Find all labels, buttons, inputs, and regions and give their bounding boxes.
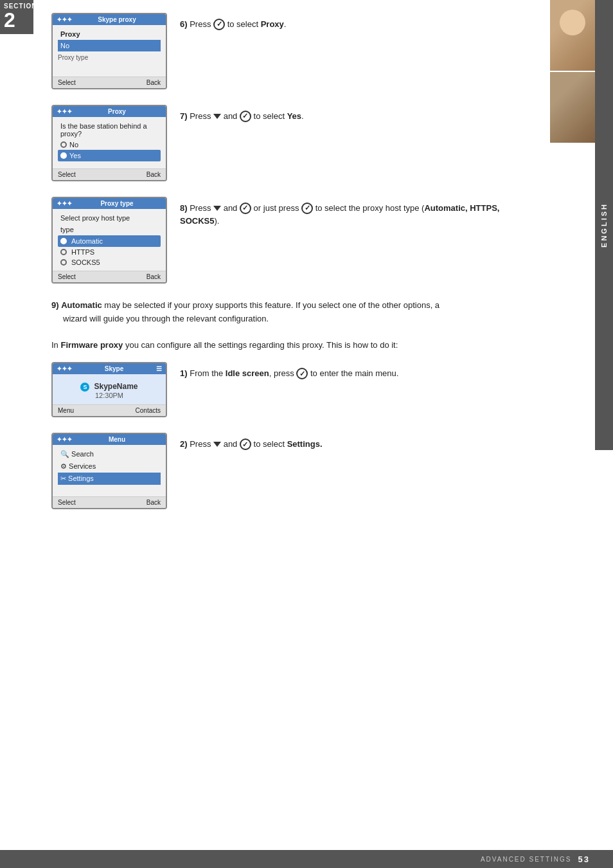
screen-body-proxy: Is the base station behind a proxy? No Y…	[53, 117, 166, 168]
step9-num: 9)	[51, 300, 59, 310]
screen-title-skype-proxy: Skype proxy	[98, 16, 136, 23]
ok-icon-step8b: ✓	[301, 203, 313, 214]
screen-footer-skype-proxy: Select Back	[53, 77, 166, 88]
menu-services: ⚙ Services	[58, 460, 161, 473]
footer-back-menu: Back	[147, 499, 161, 506]
fw-step2-post: to select Settings.	[254, 439, 323, 449]
screen-title-pt: Proxy type	[100, 200, 133, 207]
fw-step2-and: and	[224, 439, 240, 449]
fw-step2-num: 2)	[180, 439, 188, 449]
screen-skype-idle: ✦✦✦ Skype ☰ S SkypeName 12:30PM Menu Con…	[51, 362, 167, 417]
step8-pre: Press	[190, 203, 213, 213]
search-icon: 🔍	[60, 450, 69, 458]
step6-post: to select Proxy.	[227, 19, 287, 29]
instruction-fw-step1: ✦✦✦ Skype ☰ S SkypeName 12:30PM Menu Con…	[51, 362, 529, 417]
screen-footer-proxy: Select Back	[53, 168, 166, 180]
footer-contacts-idle: Contacts	[136, 407, 161, 414]
screen-skype-proxy: ✦✦✦ Skype proxy Proxy No Proxy type Sele…	[51, 13, 167, 89]
photo-2	[550, 72, 595, 143]
screen-menu-icon: ☰	[156, 365, 162, 372]
proxy-question: Is the base station behind a proxy?	[58, 120, 161, 140]
section-number: 2	[4, 10, 30, 30]
screen-footer-pt: Select Back	[53, 271, 166, 282]
footer-select-proxy: Select	[58, 171, 76, 178]
step6-text: 6) Press ✓ to select Proxy.	[180, 13, 529, 31]
radio-socks5	[60, 259, 67, 266]
screen-menu: ✦✦✦ Menu 🔍 Search ⚙ Services ✂ Settings	[51, 433, 167, 509]
screen-footer-menu: Select Back	[53, 496, 166, 508]
step9-text: Automatic may be selected if your proxy …	[61, 300, 440, 310]
pt-desc2: type	[58, 224, 161, 235]
screen-signal-menu: ✦✦✦	[57, 436, 72, 443]
fw-step1-pre: From the Idle screen, press	[190, 368, 296, 378]
footer-select: Select	[58, 79, 76, 86]
ok-icon-step1: ✓	[296, 368, 308, 379]
step8-text: 8) Press and ✓ or just press ✓ to select…	[180, 197, 529, 227]
step8-and: and	[224, 203, 240, 213]
settings-icon: ✂	[60, 475, 66, 482]
services-icon: ⚙	[60, 462, 67, 470]
instruction-step6: ✦✦✦ Skype proxy Proxy No Proxy type Sele…	[51, 13, 529, 89]
footer-label: ADVANCED SETTINGS	[481, 856, 572, 863]
fw-step1-text: 1) From the Idle screen, press ✓ to ente…	[180, 362, 529, 380]
proxy-label: Proxy	[58, 28, 161, 40]
page-number: 53	[578, 854, 590, 864]
screen-header-skype-proxy: ✦✦✦ Skype proxy	[53, 14, 166, 25]
proxy-yes-option: Yes	[58, 150, 161, 161]
section-badge: SECTION 2	[0, 0, 33, 34]
english-sidebar: ENGLISH	[595, 0, 613, 450]
screen-proxy: ✦✦✦ Proxy Is the base station behind a p…	[51, 105, 167, 181]
photos-column	[550, 0, 595, 144]
screen-body-menu: 🔍 Search ⚙ Services ✂ Settings	[53, 445, 166, 496]
radio-https	[60, 249, 67, 255]
idle-time: 12:30PM	[58, 392, 161, 399]
screen-header-proxy: ✦✦✦ Proxy	[53, 106, 166, 117]
skype-icon: S	[80, 383, 89, 392]
screen-body-pt: Select proxy host type type Automatic HT…	[53, 209, 166, 271]
step7-num: 7)	[180, 111, 188, 121]
screen-proxy-type: ✦✦✦ Proxy type Select proxy host type ty…	[51, 197, 167, 284]
step9-text2: wizard will guide you through the releva…	[63, 314, 269, 323]
pt-socks5: SOCKS5	[58, 257, 161, 267]
menu-settings: ✂ Settings	[58, 473, 161, 485]
step8-num: 8)	[180, 203, 188, 213]
screen-signal-idle: ✦✦✦	[57, 365, 72, 372]
pt-desc: Select proxy host type	[58, 212, 161, 224]
step6-pre: Press	[190, 19, 213, 29]
radio-auto	[60, 238, 67, 244]
pt-https: HTTPS	[58, 247, 161, 257]
ok-icon-step6: ✓	[213, 19, 225, 30]
triangle-down-icon-step7	[213, 114, 221, 119]
footer-back-proxy: Back	[147, 171, 161, 178]
screen-signal-proxy: ✦✦✦	[57, 108, 72, 115]
screen-header-proxy-type: ✦✦✦ Proxy type	[53, 198, 166, 209]
firmware-in: In	[51, 340, 60, 350]
firmware-bold: Firmware proxy	[60, 340, 123, 350]
ok-icon-step7: ✓	[240, 111, 251, 122]
footer-menu-idle: Menu	[58, 407, 74, 414]
fw-step2-text: 2) Press and ✓ to select Settings.	[180, 433, 529, 451]
fw-step2-pre: Press	[190, 439, 213, 449]
main-content: ✦✦✦ Skype proxy Proxy No Proxy type Sele…	[39, 0, 542, 550]
proxy-no-option: No	[58, 140, 161, 150]
triangle-down-icon-step2	[213, 442, 221, 447]
menu-search: 🔍 Search	[58, 448, 161, 460]
firmware-text: you can configure all the settings regar…	[125, 340, 398, 350]
proxy-type-label: Proxy type	[58, 54, 161, 61]
photo-1	[550, 0, 595, 71]
step9-note: 9) Automatic may be selected if your pro…	[51, 299, 529, 326]
footer-select-menu: Select	[58, 499, 76, 506]
radio-yes	[60, 152, 67, 159]
screen-header-idle: ✦✦✦ Skype ☰	[53, 363, 166, 374]
footer-back-pt: Back	[147, 273, 161, 280]
step7-pre: Press	[190, 111, 213, 121]
pt-auto: Automatic	[58, 235, 161, 247]
screen-title-proxy: Proxy	[108, 108, 126, 115]
instruction-fw-step2: ✦✦✦ Menu 🔍 Search ⚙ Services ✂ Settings	[51, 433, 529, 509]
screen-title-idle: Skype	[105, 365, 123, 372]
step7-post: to select Yes.	[254, 111, 304, 121]
fw-step1-post: to enter the main menu.	[310, 368, 398, 378]
screen-footer-idle: Menu Contacts	[53, 404, 166, 416]
screen-title-menu: Menu	[109, 436, 125, 443]
ok-icon-step8a: ✓	[240, 203, 251, 214]
